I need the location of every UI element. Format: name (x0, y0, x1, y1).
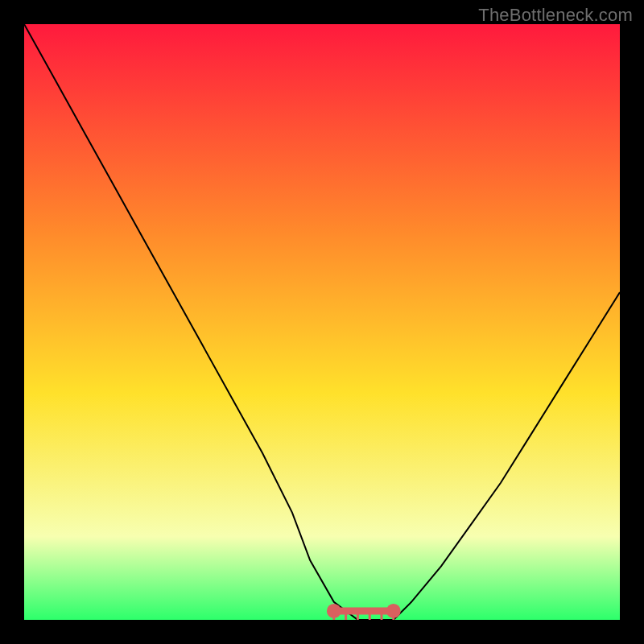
gradient-background (24, 24, 620, 620)
chart-container: TheBottleneck.com (0, 0, 644, 644)
chart-svg (24, 24, 620, 620)
watermark-text: TheBottleneck.com (478, 5, 633, 26)
plot-area (24, 24, 620, 620)
